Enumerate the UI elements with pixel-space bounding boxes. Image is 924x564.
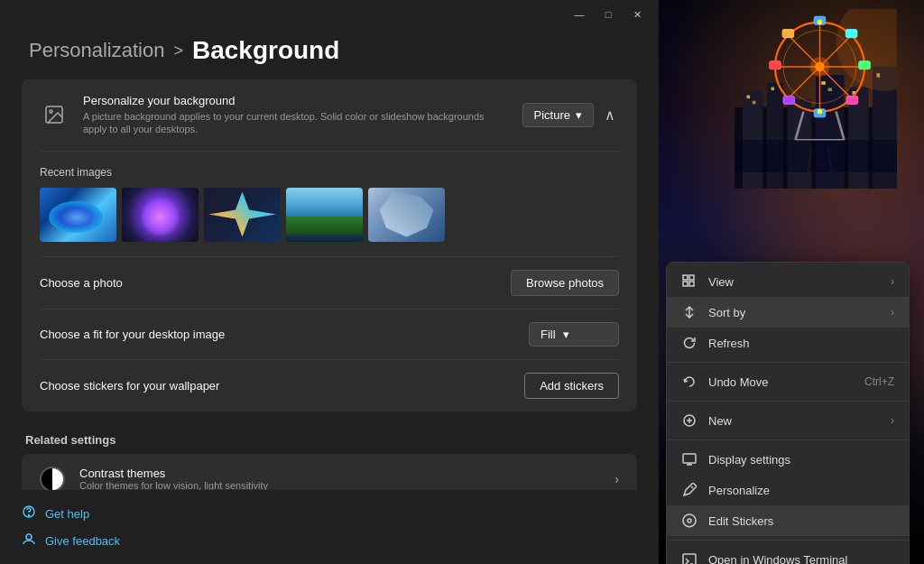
menu-separator-3 <box>667 439 909 440</box>
personalize-subtitle: A picture background applies to your cur… <box>83 110 508 136</box>
menu-item-edit-stickers[interactable]: Edit Stickers <box>667 505 909 536</box>
breadcrumb-separator: > <box>173 42 183 60</box>
related-settings-label: Related settings <box>22 422 637 454</box>
breadcrumb-current: Background <box>192 36 339 65</box>
contrast-chevron-icon: › <box>614 472 619 486</box>
refresh-label: Refresh <box>708 337 894 350</box>
personalize-menu-label: Personalize <box>708 484 894 497</box>
personalize-title: Personalize your background <box>83 94 508 107</box>
thumbnail-1[interactable] <box>40 188 116 242</box>
personalize-control: Picture ▾ ∧ <box>522 103 619 127</box>
menu-item-display[interactable]: Display settings <box>667 444 909 475</box>
contrast-icon <box>40 467 65 490</box>
fit-dropdown[interactable]: Fill ▾ <box>529 322 619 347</box>
svg-point-3 <box>29 515 30 516</box>
picture-dropdown[interactable]: Picture ▾ <box>522 103 594 127</box>
stickers-label: Choose stickers for your wallpaper <box>40 379 219 393</box>
thumbnail-3[interactable] <box>204 188 281 242</box>
thumbnail-2[interactable] <box>122 188 199 242</box>
svg-rect-32 <box>782 30 794 38</box>
menu-item-sort[interactable]: Sort by › <box>667 297 909 328</box>
desktop-preview: View › Sort by › Refresh <box>659 0 924 564</box>
choose-photo-row: Choose a photo Browse photos <box>22 257 637 309</box>
personalize-row: Personalize your background A picture ba… <box>22 79 637 151</box>
svg-point-1 <box>50 110 52 113</box>
svg-point-27 <box>815 62 825 72</box>
svg-point-4 <box>26 534 32 540</box>
svg-rect-58 <box>683 554 696 564</box>
edit-stickers-label: Edit Stickers <box>708 514 894 528</box>
contrast-title: Contrast themes <box>79 467 268 480</box>
svg-point-39 <box>818 20 822 24</box>
new-chevron-icon: › <box>891 414 894 427</box>
thumbnail-5[interactable] <box>368 188 445 242</box>
menu-item-personalize[interactable]: Personalize <box>667 475 909 505</box>
svg-rect-35 <box>783 96 795 104</box>
menu-item-view[interactable]: View › <box>667 266 909 297</box>
minimize-button[interactable]: — <box>568 7 590 22</box>
refresh-icon <box>681 335 698 351</box>
recent-images-label: Recent images <box>40 166 619 179</box>
undo-label: Undo Move <box>708 375 854 389</box>
contrast-text: Contrast themes Color themes for low vis… <box>79 467 268 490</box>
svg-rect-45 <box>735 140 897 172</box>
svg-point-40 <box>818 109 822 114</box>
image-icon <box>40 100 69 129</box>
context-menu: View › Sort by › Refresh <box>666 262 910 564</box>
menu-separator-4 <box>667 540 909 541</box>
svg-rect-13 <box>753 101 756 105</box>
menu-item-new[interactable]: New › <box>667 405 909 436</box>
view-label: View <box>708 275 880 289</box>
contrast-subtitle: Color themes for low vision, light sensi… <box>79 480 268 490</box>
sort-chevron-icon: › <box>891 306 894 319</box>
view-chevron-icon: › <box>891 275 894 288</box>
undo-shortcut: Ctrl+Z <box>864 375 894 388</box>
choose-photo-label: Choose a photo <box>40 276 123 290</box>
stickers-row: Choose stickers for your wallpaper Add s… <box>22 360 637 411</box>
svg-point-41 <box>772 64 777 69</box>
thumbnail-4[interactable] <box>286 188 363 242</box>
contrast-themes-row[interactable]: Contrast themes Color themes for low vis… <box>22 454 637 490</box>
personalize-icon <box>681 482 698 498</box>
svg-rect-46 <box>683 275 688 280</box>
personalize-text: Personalize your background A picture ba… <box>83 94 508 136</box>
svg-rect-7 <box>767 83 783 189</box>
svg-rect-34 <box>845 30 857 38</box>
svg-rect-49 <box>689 282 694 286</box>
content-area: Personalize your background A picture ba… <box>0 79 659 490</box>
give-feedback-label: Give feedback <box>45 534 120 548</box>
close-button[interactable]: ✕ <box>626 7 648 22</box>
menu-item-terminal[interactable]: Open in Windows Terminal <box>667 544 909 564</box>
maximize-button[interactable]: □ <box>597 7 619 22</box>
thumbnails-container <box>40 188 619 242</box>
ferris-wheel-graphic <box>735 9 897 190</box>
background-card: Personalize your background A picture ba… <box>22 79 637 411</box>
new-label: New <box>708 414 880 428</box>
collapse-button[interactable]: ∧ <box>601 103 619 127</box>
sort-label: Sort by <box>708 306 880 319</box>
undo-icon <box>681 374 698 390</box>
add-stickers-button[interactable]: Add stickers <box>524 373 619 399</box>
view-icon <box>681 273 698 290</box>
svg-rect-15 <box>821 81 826 85</box>
svg-rect-53 <box>683 454 696 463</box>
get-help-link[interactable]: Get help <box>22 504 637 522</box>
get-help-label: Get help <box>45 507 89 521</box>
give-feedback-link[interactable]: Give feedback <box>22 532 637 550</box>
bottom-links: Get help Give feedback <box>0 490 659 564</box>
svg-point-42 <box>862 64 866 69</box>
display-label: Display settings <box>708 453 894 467</box>
terminal-label: Open in Windows Terminal <box>708 553 894 565</box>
menu-item-undo[interactable]: Undo Move Ctrl+Z <box>667 366 909 397</box>
new-icon <box>681 412 698 429</box>
svg-line-56 <box>691 486 693 488</box>
browse-photos-button[interactable]: Browse photos <box>511 270 619 296</box>
fit-row: Choose a fit for your desktop image Fill… <box>22 310 637 359</box>
svg-rect-33 <box>846 96 858 104</box>
menu-separator-2 <box>667 401 909 402</box>
svg-rect-14 <box>772 88 775 91</box>
feedback-icon <box>22 532 36 550</box>
breadcrumb-parent[interactable]: Personalization <box>29 39 164 62</box>
menu-item-refresh[interactable]: Refresh <box>667 328 909 358</box>
svg-rect-47 <box>689 275 694 280</box>
